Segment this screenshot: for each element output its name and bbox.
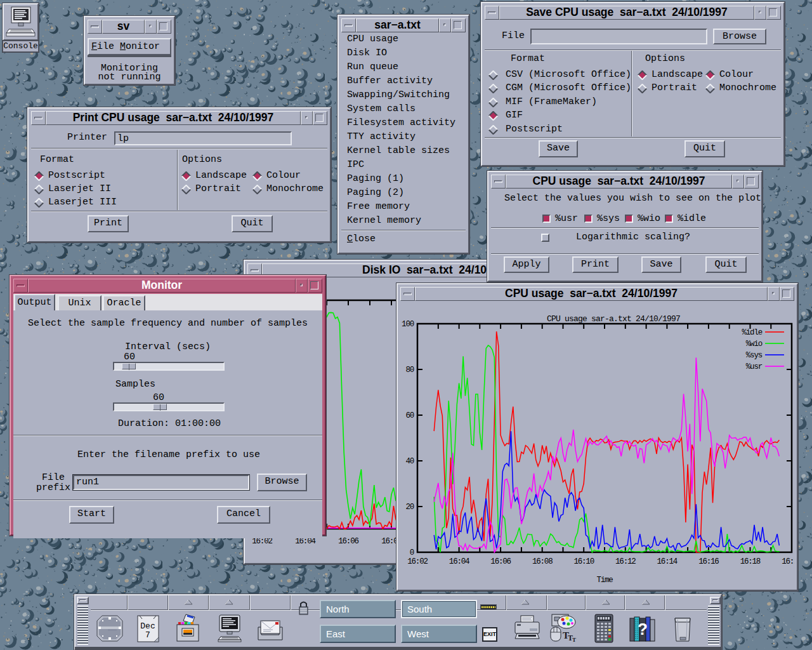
svg-text:7: 7 [145,630,150,640]
svg-text:16:06: 16:06 [490,557,511,566]
svg-text:T: T [572,637,576,643]
svg-text:CPU usage sar-a.txt 24/10/19: CPU usage sar-a.txt 24/10/1997 [547,314,680,324]
svg-text:60: 60 [405,411,414,420]
svg-text:16:04: 16:04 [295,537,315,546]
svg-text:16:16: 16:16 [698,557,719,566]
svg-text:16:04: 16:04 [449,557,469,566]
svg-text:%usr: %usr [746,362,763,371]
svg-text:16:02: 16:02 [252,537,272,546]
svg-text:0: 0 [410,548,414,557]
svg-text:16:18: 16:18 [740,557,761,566]
svg-text:20: 20 [405,503,414,512]
svg-text:16:20: 16:20 [782,557,794,566]
svg-text:16:12: 16:12 [615,557,636,566]
svg-text:16:14: 16:14 [657,557,678,566]
svg-text:%sys: %sys [746,351,763,360]
svg-text:Time: Time [596,576,613,585]
svg-text:80: 80 [405,366,414,375]
svg-text:16:08: 16:08 [532,557,553,566]
svg-text:16:06: 16:06 [338,537,358,546]
svg-text:Dec: Dec [140,621,155,631]
svg-text:16:10: 16:10 [573,557,594,566]
svg-text:%idle: %idle [742,328,762,337]
svg-text:%wio: %wio [746,340,763,348]
svg-text:100: 100 [402,320,414,329]
svg-text:?: ? [638,620,648,639]
svg-text:40: 40 [405,457,414,466]
svg-text:16:02: 16:02 [407,557,428,566]
